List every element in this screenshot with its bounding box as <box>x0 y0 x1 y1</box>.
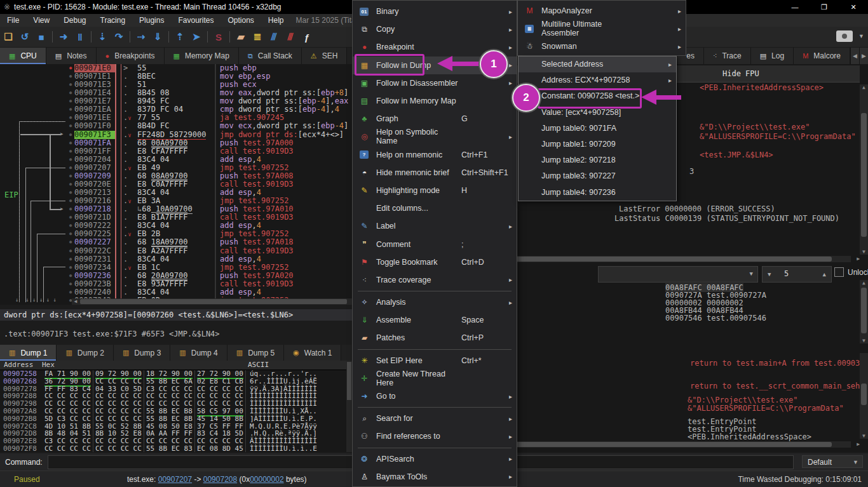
tab-dump-1[interactable]: ▥Dump 1 <box>0 345 57 361</box>
stack-depth-spinner[interactable]: ▼5▲ <box>762 266 832 283</box>
disasm-row[interactable]: ●0090723B.E8 93A7FFFFcall test.9019D3 <box>67 280 352 288</box>
registers-v-scrollbar[interactable]: ▲▼ <box>860 84 868 255</box>
menu-options[interactable]: Options <box>220 16 261 25</box>
command-profile-combo[interactable]: Default▼ <box>802 455 863 468</box>
context-menu-item-toggle-bookmark[interactable]: ⚑Toggle BookmarkCtrl+D <box>353 253 517 271</box>
scroll-left-icon[interactable]: ◀ <box>72 298 79 305</box>
submenu-item-jump-table2-907218[interactable]: Jump table2: 907218 <box>519 152 676 168</box>
dump-v-scrollbar[interactable] <box>346 361 352 452</box>
menu-help[interactable]: Help <box>261 16 291 25</box>
maximize-button[interactable]: ❐ <box>810 0 839 14</box>
stack-base-combo[interactable]: ▼ <box>598 266 758 283</box>
menu-favourites[interactable]: Favourites <box>171 16 220 25</box>
context-menu-item-edit-columns[interactable]: Edit columns... <box>353 199 517 217</box>
context-menu-item-trace-coverage[interactable]: ⁖Trace coverage▸ <box>353 271 517 289</box>
context-menu-item-create-new-thread-here[interactable]: ✛Create New Thread Here <box>353 370 517 387</box>
open-file-icon[interactable]: ❏ <box>0 31 17 43</box>
snowman-toolbar-icon[interactable]: S <box>210 32 227 43</box>
context-menu-item-assemble[interactable]: ⇓AssembleSpace <box>353 311 517 329</box>
submenu-item-jump-table3-907227[interactable]: Jump table3: 907227 <box>519 168 676 184</box>
disasm-row[interactable]: ●00907231.83C4 04add esp,4 <box>67 255 352 264</box>
refs-v-scrollbar[interactable]: ▼ <box>860 353 868 439</box>
tab-seh[interactable]: ⚠SEH <box>302 48 348 64</box>
unlocked-checkbox[interactable]: Unlocked <box>834 267 868 277</box>
context-menu-item-mapoanalyzer[interactable]: MMapoAnalyzer▸ <box>518 2 686 20</box>
tab-scroll-left-icon[interactable]: ◀ <box>850 48 859 64</box>
tab-call-stack[interactable]: ⧉Call Stack <box>239 48 302 64</box>
context-menu-item-analysis[interactable]: ✧Analysis▸ <box>353 293 517 311</box>
context-menu-item-copy[interactable]: ⧉Copy▸ <box>353 20 517 38</box>
tab-cpu[interactable]: ▦CPU <box>0 48 46 64</box>
status-address-link[interactable]: 00000002 <box>250 475 283 484</box>
disasm-row[interactable]: ●00907204.83C4 04add esp,4 <box>67 156 352 164</box>
tab-dump-5[interactable]: ▥Dump 5 <box>227 345 284 361</box>
status-address-link[interactable]: 00907208 <box>203 475 237 484</box>
context-menu-item-help-on-symbolic-name[interactable]: ◎Help on Symbolic Name▸ <box>353 128 517 145</box>
menu-file[interactable]: File <box>0 16 26 25</box>
context-menu-item-go-to[interactable]: ➜Go to▸ <box>353 387 517 405</box>
close-button[interactable]: ✕ <box>839 0 868 14</box>
tab-log[interactable]: ▤Log <box>751 48 794 64</box>
fonts-icon[interactable]: ƒ <box>299 32 315 43</box>
step-into-icon[interactable]: ⇣ <box>94 31 111 43</box>
context-menu-item-highlighting-mode[interactable]: ✎Highlighting modeH <box>353 182 517 199</box>
submenu-item-address-ecx-4-907258[interactable]: Address: ECX*4+907258▸ <box>519 72 676 88</box>
context-menu-item-set-eip-here[interactable]: ✳Set EIP HereCtrl+* <box>353 352 517 370</box>
disasm-h-scrollbar[interactable]: ◀ <box>72 298 352 305</box>
context-menu-item-patches[interactable]: ▰PatchesCtrl+P <box>353 329 517 347</box>
run-icon[interactable]: ➜ <box>55 31 72 43</box>
screenshot-icon[interactable] <box>836 30 853 42</box>
disasm-row[interactable]: ●009071F3.∨FF248D 58729000jmp dword ptr … <box>67 131 352 139</box>
context-menu-item-search-for[interactable]: ⌕Search for▸ <box>353 410 517 427</box>
dump-pane[interactable]: Address Hex ASCII 00907258FA 71 90 0009 … <box>0 361 352 452</box>
disassembly-pane[interactable]: EIP ➤ ➤ ↓ ↓ ↓ ↓ ↓ ↓ ●009071E0>55push ebp… <box>0 64 352 305</box>
tab-watch-1[interactable]: ◉Watch 1 <box>284 345 341 361</box>
disasm-row[interactable]: ●00907227.68 18A09700push test.97A018 <box>67 238 352 246</box>
context-menu-item-graph[interactable]: ♣GraphG <box>353 110 517 128</box>
disasm-row[interactable]: ●00907236.68 20A09700push test.97A020 <box>67 272 352 280</box>
context-menu-item-comment[interactable]: ❞Comment; <box>353 235 517 253</box>
tab-memory-map[interactable]: ▦Memory Map <box>165 48 239 64</box>
disasm-row[interactable]: ●0090722C.E8 A2A7FFFFcall test.9019D3 <box>67 247 352 255</box>
context-menu-item-help-on-mnemonic[interactable]: ?Help on mnemonicCtrl+F1 <box>353 146 517 164</box>
menu-tracing[interactable]: Tracing <box>93 16 133 25</box>
screenshot-dropdown-arrow[interactable]: ▼ <box>858 33 864 39</box>
disasm-row[interactable]: ●009071FA.68 00A09700push test.97A000 <box>67 139 352 147</box>
context-menu-item-label[interactable]: ✎Label▸ <box>353 217 517 235</box>
disasm-row[interactable]: ●00907207.∨EB 49jmp test.907252 <box>67 164 352 172</box>
patches-toolbar-icon[interactable]: ▰ <box>233 31 249 43</box>
minimize-button[interactable]: — <box>780 0 810 14</box>
context-menu-item-follow-in-memory-map[interactable]: ▤Follow in Memory Map <box>353 92 517 110</box>
menu-view[interactable]: View <box>26 16 57 25</box>
tab-dump-2[interactable]: ▥Dump 2 <box>57 345 113 361</box>
submenu-item-jump-table4-907236[interactable]: Jump table4: 907236 <box>519 185 676 201</box>
status-address-link[interactable]: 00907207 <box>158 475 192 484</box>
submenu-item-jump-table0-9071fa[interactable]: Jump table0: 9071FA <box>519 121 676 137</box>
tab-scroll-right-icon[interactable]: ▶ <box>859 48 868 64</box>
submenu-item-selected-address[interactable]: Selected Address▸ <box>519 57 676 72</box>
menu-plugins[interactable]: Plugins <box>132 16 171 25</box>
step-out-icon[interactable]: ⇡ <box>172 31 188 43</box>
tab-breakpoints[interactable]: ●Breakpoints <box>97 48 165 64</box>
step-over-icon[interactable]: ↷ <box>111 31 127 43</box>
dump-row[interactable]: 009072F8CC CC CC CCCC CC CC CC55 8B EC 8… <box>0 445 317 452</box>
stack-v-scrollbar[interactable]: ▲▼ <box>860 280 868 344</box>
tab-malcore[interactable]: MMalcore <box>794 48 850 64</box>
step-into-source-icon[interactable]: ⇓ <box>149 31 166 43</box>
highlight-red-icon[interactable]: ⫻ <box>282 31 299 43</box>
run-to-selection-icon[interactable]: ➤ <box>188 31 205 43</box>
tab-notes[interactable]: ▤Notes <box>46 48 97 64</box>
disasm-row[interactable]: ●00907234.∨EB 1Cjmp test.907252 <box>67 264 352 272</box>
tab-dump-4[interactable]: ▥Dump 4 <box>170 345 227 361</box>
dump-row[interactable]: 0090726836 72 90 00CC CC CC CC55 8B EC 6… <box>0 378 317 385</box>
pause-icon[interactable]: ‖ <box>72 32 88 43</box>
context-menu-item-hide-mnemonic-brief[interactable]: ◓Hide mnemonic briefCtrl+Shift+F1 <box>353 164 517 182</box>
submenu-item-jump-table1-907209[interactable]: Jump table1: 907209 <box>519 137 676 152</box>
disasm-row[interactable]: ●009071FF.E8 CFA7FFFFcall test.9019D3 <box>67 147 352 156</box>
context-menu-item-snowman[interactable]: ☃Snowman▸ <box>518 37 686 55</box>
context-menu-item-multiline-ultimate-assembler[interactable]: ≣Multiline Ultimate Assembler▸ <box>518 20 686 37</box>
context-menu-item-find-references-to[interactable]: ⚇Find references to▸ <box>353 427 517 445</box>
disasm-row[interactable]: ●00907240.83C4 04add esp,4 <box>67 288 352 297</box>
tab-trace[interactable]: ⁖Trace <box>704 48 751 64</box>
context-menu-item-baymax-tools[interactable]: ♙Baymax ToOls▸ <box>353 468 517 486</box>
